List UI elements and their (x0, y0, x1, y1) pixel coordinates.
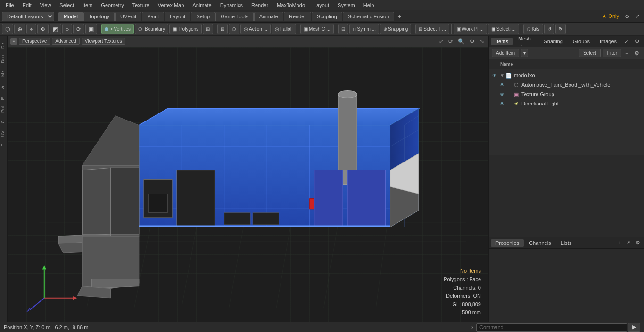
properties-tab[interactable]: Properties (491, 239, 524, 247)
more-btn[interactable]: ⊞ (203, 24, 213, 34)
select-mode-btn[interactable]: ⬡ (2, 24, 13, 34)
layout-settings-icon[interactable]: ⚙ (622, 12, 632, 21)
layout-tab-animate[interactable]: Animate (254, 12, 283, 21)
menu-maxtomodo[interactable]: MaxToModo (273, 1, 309, 9)
items-settings-icon[interactable]: ⚙ (632, 49, 641, 57)
layout-tab-gametools[interactable]: Game Tools (215, 12, 254, 21)
bottom-arrow[interactable]: › (469, 324, 476, 331)
layout-tab-render[interactable]: Render (284, 12, 311, 21)
sidebar-label-uv[interactable]: UV... (0, 126, 7, 138)
add-item-dropdown[interactable]: ▾ (521, 49, 528, 57)
tree-item-mesh[interactable]: 👁 ▶ ⬡ Automotive_Paint_Booth_with_Vehicl… (489, 80, 644, 89)
rotate-btn[interactable]: ⟳ (73, 24, 84, 34)
expand-arrow-mesh[interactable]: ▶ (507, 82, 512, 88)
tab-groups[interactable]: Groups (568, 38, 594, 45)
add-item-btn[interactable]: Add Item (492, 49, 519, 57)
symmetry-btn[interactable]: ◻ Symm ... (349, 24, 379, 34)
layout-tab-topology[interactable]: Topology (83, 12, 115, 21)
boundary-btn[interactable]: ⬡ Boundary (135, 24, 168, 34)
box-btn[interactable]: ◩ (50, 24, 61, 34)
viewport-textures-btn[interactable]: Viewport Textures (82, 38, 125, 45)
layout-tab-setup[interactable]: Setup (191, 12, 215, 21)
menu-animate[interactable]: Animate (189, 1, 215, 9)
expand-arrow-texture[interactable]: ▶ (507, 92, 512, 97)
rb-add-icon[interactable]: + (616, 239, 623, 247)
layout-tab-layout[interactable]: Layout (165, 12, 190, 21)
tree-item-root[interactable]: 👁 ▼ 📄 modo.lxo (489, 71, 644, 80)
vp-settings-icon[interactable]: ⚙ (468, 38, 476, 45)
expand-arrow-light[interactable]: ▶ (507, 101, 512, 106)
menu-system[interactable]: System (334, 1, 359, 9)
mesh-btn[interactable]: ▣ Mesh C ... (300, 24, 334, 34)
sidebar-label-c[interactable]: C... (0, 115, 7, 125)
sidebar-label-pol[interactable]: Pol.. (0, 102, 7, 114)
right-expand-icon[interactable]: ⤢ (622, 37, 631, 46)
undo-btn[interactable]: ↺ (544, 24, 554, 34)
layout-tab-model[interactable]: Model (58, 12, 83, 21)
tree-item-light[interactable]: 👁 ▶ ☀ Directional Light (489, 99, 644, 108)
items-tree[interactable]: 👁 ▼ 📄 modo.lxo 👁 ▶ ⬡ Automotive_Paint_Bo… (489, 69, 644, 155)
layout-dropdown[interactable]: Default Layouts (2, 12, 54, 21)
vp-move-icon[interactable]: ⤢ (438, 38, 445, 45)
viewport-menu-icon[interactable]: ≡ (10, 38, 17, 45)
layout-tab-uvedit[interactable]: UVEdit (115, 12, 141, 21)
sidebar-label-ve[interactable]: Ve... (0, 79, 7, 91)
rb-settings-icon[interactable]: ⚙ (634, 239, 642, 247)
menu-render[interactable]: Render (248, 1, 272, 9)
menu-file[interactable]: File (2, 1, 18, 9)
filter-btn[interactable]: Filter (603, 49, 621, 57)
perspective-btn[interactable]: Perspective (19, 38, 50, 45)
advanced-btn[interactable]: Advanced (52, 38, 79, 45)
vp-rotate-icon[interactable]: ⟳ (447, 38, 454, 45)
snapping-btn[interactable]: ⊕ Snapping (380, 24, 411, 34)
menu-vertex-map[interactable]: Vertex Map (154, 1, 188, 9)
sidebar-label-dup[interactable]: Dup.. (0, 51, 7, 65)
tab-items[interactable]: Items (491, 38, 513, 45)
vp-expand-icon[interactable]: ⤡ (478, 38, 486, 45)
sym2-btn[interactable]: ⊟ (338, 24, 348, 34)
select-tool-btn[interactable]: ⊞ Select T ... (415, 24, 449, 34)
overlay-btn[interactable]: ⬡ (229, 24, 239, 34)
vertices-btn[interactable]: • Vertices (101, 24, 134, 34)
rb-expand-icon[interactable]: ⤢ (624, 239, 632, 247)
eye-icon-light[interactable]: 👁 (498, 100, 506, 107)
channels-tab[interactable]: Channels (524, 239, 555, 247)
menu-dynamics[interactable]: Dynamics (216, 1, 247, 9)
layout-tab-scripting[interactable]: Scripting (312, 12, 342, 21)
expand-arrow-root[interactable]: ▼ (499, 73, 505, 78)
items-minus-icon[interactable]: − (623, 49, 630, 57)
menu-edit[interactable]: Edit (19, 1, 35, 9)
redo-btn[interactable]: ↻ (555, 24, 566, 34)
eye-icon-texture[interactable]: 👁 (498, 90, 506, 98)
view2-btn[interactable]: ⊞ (217, 24, 228, 34)
right-settings-icon[interactable]: ⚙ (632, 37, 642, 46)
menu-layout[interactable]: Layout (310, 1, 333, 9)
select-btn[interactable]: Select (579, 49, 601, 57)
falloff-btn[interactable]: ◎ Falloff (272, 24, 296, 34)
menu-view[interactable]: View (36, 1, 55, 9)
sidebar-label-e[interactable]: E... (0, 92, 7, 102)
tab-mesh[interactable]: Mesh ... (513, 35, 539, 48)
menu-help[interactable]: Help (360, 1, 378, 9)
menu-texture[interactable]: Texture (129, 1, 153, 9)
grid-btn[interactable]: ▣ (85, 24, 97, 34)
command-run-btn[interactable]: ▶ (628, 323, 640, 332)
tree-item-texture[interactable]: 👁 ▶ ▣ Texture Group (489, 89, 644, 99)
layout-add-button[interactable]: + (395, 12, 404, 21)
sidebar-label-de[interactable]: De... (0, 38, 7, 50)
move-btn[interactable]: ✥ (37, 24, 49, 34)
tab-shading[interactable]: Shading (539, 38, 567, 45)
layout-tab-schematic[interactable]: Schematic Fusion (343, 12, 394, 21)
workplane-btn[interactable]: ▣ Work Pl ... (454, 24, 487, 34)
selection-btn[interactable]: ▣ Selecti ... (488, 24, 519, 34)
eye-icon-mesh[interactable]: 👁 (498, 81, 506, 89)
eye-icon-root[interactable]: 👁 (491, 72, 498, 79)
kits-btn[interactable]: ⬡ Kits (523, 24, 543, 34)
circle-btn[interactable]: ○ (62, 24, 72, 34)
cursor-btn[interactable]: ⌖ (26, 24, 36, 34)
menu-item[interactable]: Item (79, 1, 96, 9)
menu-geometry[interactable]: Geometry (97, 1, 127, 9)
polygons-btn[interactable]: ▣ Polygons (169, 24, 202, 34)
vp-zoom-icon[interactable]: 🔍 (456, 38, 466, 45)
layout-expand-icon[interactable]: ⤢ (633, 12, 642, 21)
